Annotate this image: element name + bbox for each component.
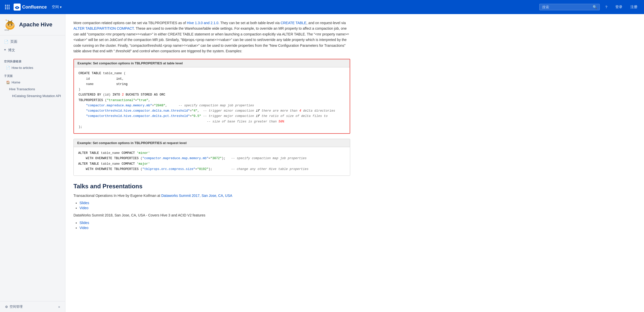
alter-table-link[interactable]: ALTER TABLE/PARTITION COMPACT xyxy=(73,26,134,30)
svg-rect-7 xyxy=(6,24,8,26)
code-example-2-body[interactable]: ALTER TABLE table_name COMPACT 'minor' W… xyxy=(74,147,350,175)
hive-version-link[interactable]: Hive 1.3.0 and 2.1.0 xyxy=(187,21,218,25)
sidebar-item-blog[interactable]: ❝ 博文 xyxy=(0,46,65,55)
search-input[interactable] xyxy=(542,5,591,9)
sidebar: HIVE Apache Hive 📄 页面 ❝ 博文 空间快捷链接 📄 How-… xyxy=(0,14,65,312)
hive-logo-icon: HIVE xyxy=(4,18,17,31)
sidebar-logo-area: HIVE Apache Hive xyxy=(0,14,65,35)
talks-summit-link[interactable]: Dataworks Summit 2017, San Jose, CA, USA xyxy=(161,194,232,198)
video-link-2[interactable]: Video xyxy=(79,226,89,230)
chevron-down-icon: ▾ xyxy=(60,5,62,9)
talks-heading: Talks and Presentations xyxy=(73,183,350,190)
talks-list-item-slides-2: Slides xyxy=(79,221,350,225)
code-example-1-header-text: Example: Set compaction options in TBLPR… xyxy=(77,61,183,65)
code-example-1-header: Example: Set compaction options in TBLPR… xyxy=(74,59,350,67)
hive-transactions-label: Hive Transactions xyxy=(9,87,35,91)
svg-point-3 xyxy=(8,24,9,26)
talks-intro-paragraph: Transactional Operations In Hive by Euge… xyxy=(73,193,350,198)
code-example-2-header: Example: Set compaction options in TBLPR… xyxy=(74,139,350,147)
hcatalog-label: HCatalog Streaming Mutation API xyxy=(12,94,61,98)
help-button[interactable]: ? xyxy=(603,4,610,11)
app-switcher-icon[interactable] xyxy=(4,4,11,10)
talks-list-item-video-1: Video xyxy=(79,206,350,210)
sidebar-nav: 📄 页面 ❝ 博文 xyxy=(0,35,65,57)
code-example-2-container: Example: Set compaction options in TBLPR… xyxy=(73,139,350,176)
home-icon: 🏠 xyxy=(6,80,10,84)
slides-link-1[interactable]: Slides xyxy=(79,201,89,205)
sidebar-item-hive-transactions[interactable]: Hive Transactions xyxy=(0,86,65,93)
sidebar-item-hcatalog[interactable]: HCatalog Streaming Mutation API xyxy=(0,93,65,99)
svg-rect-8 xyxy=(13,24,15,26)
sidebar-item-home[interactable]: 🏠 Home xyxy=(0,79,65,86)
talks-list-1: Slides Video xyxy=(79,201,350,210)
blog-icon: ❝ xyxy=(4,48,6,52)
talks-list-item-video-2: Video xyxy=(79,226,350,230)
confluence-logo[interactable]: Confluence xyxy=(14,4,47,11)
talks-list-item-slides-1: Slides xyxy=(79,201,350,205)
login-button[interactable]: 登录 xyxy=(613,3,625,11)
space-menu[interactable]: 空间 ▾ xyxy=(50,4,64,10)
svg-point-4 xyxy=(11,24,12,26)
sidebar-manage-button[interactable]: ⚙ 空间管理 xyxy=(4,303,24,310)
intro-paragraph: More compaction related options can be s… xyxy=(73,20,350,54)
how-to-label: How-to articles xyxy=(12,66,33,70)
subpages-tree: 🏠 Home Hive Transactions HCatalog Stream… xyxy=(0,79,65,99)
document-icon: 📄 xyxy=(6,66,10,70)
home-label: Home xyxy=(12,80,20,84)
sidebar-pages-label: 页面 xyxy=(10,39,17,44)
space-menu-label: 空间 xyxy=(52,5,59,9)
sidebar-item-pages[interactable]: 📄 页面 xyxy=(0,37,65,46)
code-example-2-header-text: Example: Set compaction options in TBLPR… xyxy=(77,141,187,145)
page-icon: 📄 xyxy=(4,40,8,44)
gear-icon: ⚙ xyxy=(5,305,8,309)
create-table-link[interactable]: CREATE TABLE xyxy=(280,21,306,25)
confluence-logo-icon xyxy=(14,4,21,11)
sidebar-app-title: Apache Hive xyxy=(19,21,52,28)
svg-point-0 xyxy=(17,7,18,8)
talks-text-2: DataWorks Summit 2018, San Jose, CA, USA… xyxy=(73,212,350,218)
sidebar-bottom: ⚙ 空间管理 « xyxy=(0,301,65,312)
search-box[interactable]: 🔍 xyxy=(539,4,600,10)
confluence-title: Confluence xyxy=(22,5,47,10)
code-example-1-body[interactable]: CREATE TABLE table_name ( id int, name s… xyxy=(74,67,350,133)
main-content: More compaction related options can be s… xyxy=(65,14,644,312)
code-example-1-container: Example: Set compaction options in TBLPR… xyxy=(73,59,350,134)
sidebar-item-how-to[interactable]: 📄 How-to articles xyxy=(0,64,65,71)
content-body: More compaction related options can be s… xyxy=(73,20,350,230)
slides-link-2[interactable]: Slides xyxy=(79,221,89,225)
talks-intro-text: Transactional Operations In Hive by Euge… xyxy=(73,194,161,198)
sidebar-blog-label: 博文 xyxy=(8,48,15,53)
shortcut-tree: 📄 How-to articles xyxy=(0,64,65,71)
svg-text:HIVE: HIVE xyxy=(5,29,9,31)
shortcut-section-label: 空间快捷链接 xyxy=(0,57,65,64)
register-button[interactable]: 注册 xyxy=(628,3,640,11)
main-layout: HIVE Apache Hive 📄 页面 ❝ 博文 空间快捷链接 📄 How-… xyxy=(0,14,644,312)
sidebar-collapse-button[interactable]: « xyxy=(57,304,61,310)
top-navigation: Confluence 空间 ▾ 🔍 ? 登录 注册 xyxy=(0,0,644,14)
subpages-section-label: 子页面 xyxy=(0,71,65,79)
video-link-1[interactable]: Video xyxy=(79,206,89,210)
manage-label: 空间管理 xyxy=(10,304,23,309)
talks-list-2: Slides Video xyxy=(79,221,350,230)
search-icon: 🔍 xyxy=(593,5,597,9)
